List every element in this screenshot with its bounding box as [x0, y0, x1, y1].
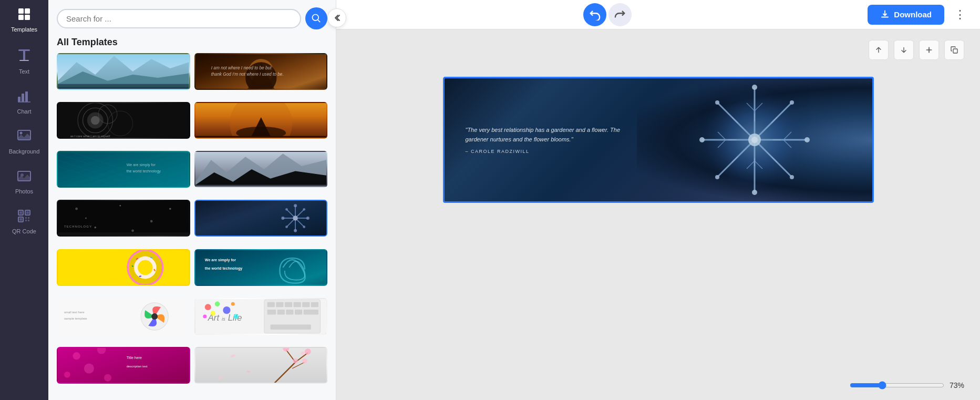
svg-rect-1 [25, 8, 30, 14]
svg-point-125 [223, 306, 230, 314]
svg-rect-23 [25, 220, 27, 221]
svg-rect-16 [19, 211, 22, 214]
template-thumb[interactable]: We are simply for the world technology [194, 249, 328, 286]
search-button[interactable] [305, 7, 327, 29]
search-input-wrap[interactable] [57, 9, 301, 28]
template-thumb[interactable]: I am not where I need to be but thank Go… [194, 53, 328, 90]
svg-rect-24 [28, 220, 29, 221]
svg-point-92 [138, 260, 153, 275]
svg-rect-3 [25, 15, 30, 20]
svg-rect-18 [26, 211, 29, 214]
collapse-button[interactable] [327, 8, 346, 27]
svg-rect-8 [22, 94, 24, 102]
download-button[interactable]: Download [868, 5, 944, 25]
move-up-button[interactable] [869, 40, 889, 60]
svg-rect-9 [25, 91, 28, 102]
move-down-button[interactable] [894, 40, 914, 60]
svg-point-182 [751, 137, 758, 143]
more-options-button[interactable]: ⋮ [951, 5, 969, 24]
svg-rect-116 [286, 310, 293, 315]
svg-point-127 [231, 302, 234, 305]
svg-point-68 [169, 208, 171, 210]
svg-point-66 [120, 205, 121, 206]
svg-text:description text: description text [127, 364, 148, 367]
svg-point-83 [285, 208, 288, 211]
canvas-controls [869, 40, 964, 60]
add-section-button[interactable] [919, 40, 939, 60]
svg-rect-20 [19, 218, 22, 221]
panel-title: All Templates [48, 35, 336, 53]
svg-text:as I care what I am to myself: as I care what I am to myself [70, 135, 110, 138]
top-toolbar: Download ⋮ [336, 0, 980, 29]
undo-button[interactable] [583, 3, 606, 26]
template-thumb[interactable]: We are simply for the world technology [57, 151, 190, 188]
svg-rect-0 [18, 8, 24, 14]
svg-rect-62 [195, 185, 327, 187]
svg-point-174 [752, 190, 757, 195]
template-thumb[interactable]: small text here sample template [57, 298, 190, 335]
svg-rect-72 [58, 233, 189, 236]
svg-point-126 [210, 311, 215, 316]
search-input[interactable] [66, 14, 292, 23]
template-thumb[interactable] [194, 200, 328, 237]
main-content: Download ⋮ [336, 0, 980, 400]
svg-point-82 [306, 217, 309, 220]
svg-text:the world technology: the world technology [127, 169, 161, 173]
svg-point-132 [84, 363, 94, 373]
svg-point-80 [294, 229, 297, 232]
svg-point-65 [95, 227, 97, 229]
template-thumb[interactable] [194, 347, 328, 384]
sidebar-item-templates[interactable]: Templates [0, 0, 48, 40]
svg-point-176 [804, 137, 810, 142]
duplicate-button[interactable] [944, 40, 964, 60]
svg-text:small text here: small text here [64, 311, 85, 314]
svg-point-145 [302, 358, 307, 364]
sidebar-item-background[interactable]: Background [0, 122, 48, 162]
quote-author-text: – CAROLE RADZIWILL [466, 149, 634, 154]
template-thumb[interactable] [57, 53, 190, 90]
svg-point-173 [752, 85, 757, 90]
svg-rect-63 [58, 201, 189, 235]
svg-rect-5 [23, 49, 25, 61]
svg-point-85 [285, 226, 288, 229]
svg-rect-115 [277, 310, 284, 315]
template-thumb[interactable]: Art is Life [194, 298, 328, 335]
svg-point-179 [790, 100, 794, 105]
svg-rect-112 [302, 302, 310, 307]
templates-grid: I am not where I need to be but thank Go… [48, 53, 336, 400]
template-thumb[interactable] [194, 102, 328, 139]
svg-point-123 [204, 304, 211, 310]
sidebar-item-text[interactable]: Text [0, 40, 48, 82]
sidebar-item-chart[interactable]: Chart [0, 82, 48, 122]
svg-point-146 [293, 358, 298, 364]
template-thumb[interactable]: TECHNOLOGY [57, 200, 190, 237]
svg-point-71 [85, 218, 86, 219]
svg-point-143 [304, 348, 311, 355]
template-thumb[interactable] [194, 151, 328, 188]
redo-button[interactable] [608, 3, 632, 26]
sidebar-item-label-photos: Photos [15, 188, 33, 194]
template-thumb[interactable]: I do not care so much what I am to other… [57, 102, 190, 139]
svg-rect-119 [270, 324, 311, 330]
template-thumb[interactable] [57, 249, 190, 286]
sidebar-item-label-background: Background [9, 148, 40, 155]
sidebar-item-label-qrcode: QR Code [12, 228, 36, 234]
sidebar-item-photos[interactable]: Photos [0, 162, 48, 202]
template-thumb[interactable]: Title here description text [57, 347, 190, 384]
svg-rect-118 [303, 310, 318, 315]
qrcode-icon [17, 209, 31, 225]
svg-rect-111 [293, 302, 301, 307]
svg-point-70 [131, 230, 134, 232]
svg-text:We are simply for: We are simply for [204, 258, 235, 262]
canvas-frame[interactable]: "The very best relationship has a garden… [443, 77, 874, 203]
zoom-slider[interactable] [850, 381, 944, 389]
sidebar-item-label-templates: Templates [11, 26, 37, 33]
svg-point-84 [303, 208, 305, 211]
svg-text:TECHNOLOGY: TECHNOLOGY [64, 225, 92, 228]
svg-point-103 [151, 313, 158, 320]
svg-rect-110 [284, 302, 292, 307]
svg-point-79 [294, 204, 297, 208]
templates-icon [17, 7, 31, 23]
sidebar-item-qrcode[interactable]: QR Code [0, 202, 48, 242]
templates-panel: All Templates [48, 0, 336, 400]
